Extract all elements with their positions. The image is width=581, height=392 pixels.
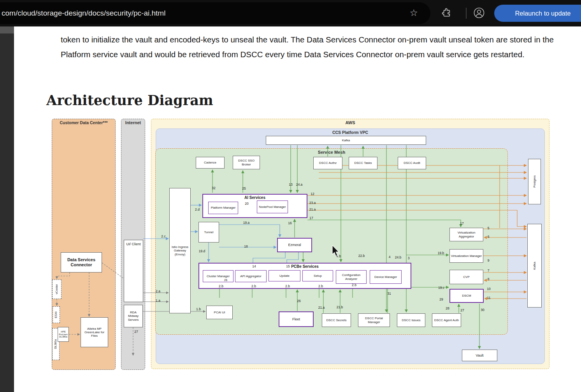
edge-label-19a: 19.a bbox=[243, 221, 250, 225]
edge-label-7: 7 bbox=[488, 269, 490, 272]
node-data-services-connector: Data Services Connector bbox=[61, 252, 102, 272]
browser-toolbar: com/cloud/storage-design/docs/security/p… bbox=[0, 0, 581, 26]
node-cluster-manager: Cluster Manager bbox=[203, 270, 233, 282]
node-update: Update bbox=[269, 270, 300, 281]
edge-label-11: 11 bbox=[487, 296, 491, 300]
edge-label-2b-4: 2.b bbox=[318, 284, 323, 288]
node-cvp: CVP bbox=[449, 270, 483, 284]
edge-label-28: 28 bbox=[446, 306, 449, 310]
profile-button[interactable] bbox=[473, 7, 484, 18]
edge-label-26-cluster: 26 bbox=[224, 278, 227, 282]
node-pcai-ui: PCAI UI bbox=[206, 306, 233, 319]
edge-label-1a: 1.a bbox=[156, 299, 160, 302]
edge-label-19c: 19.c bbox=[438, 286, 444, 290]
edge-label-21a-top: 21.a bbox=[309, 207, 316, 211]
node-virtualization-aggregator: Virtualization Aggregator bbox=[449, 228, 483, 241]
node-postgres: Postgres bbox=[528, 159, 541, 204]
mouse-cursor bbox=[332, 245, 340, 257]
node-cadence: Cadence bbox=[196, 157, 225, 169]
edge-label-27-right: 27 bbox=[460, 308, 464, 312]
edge-label-19b: 19.b bbox=[438, 251, 444, 255]
node-dscc-secrets: DSCC Secrets bbox=[322, 313, 351, 327]
edge-label-16: 16 bbox=[288, 221, 291, 225]
extensions-button[interactable] bbox=[441, 8, 452, 19]
edge-label-20: 20 bbox=[245, 202, 248, 206]
edge-label-21b: 21.b bbox=[337, 305, 343, 309]
edge-label-31: 31 bbox=[387, 292, 391, 295]
window-edge-strip bbox=[0, 26, 14, 392]
edge-label-2b-1: 2.b bbox=[219, 284, 223, 288]
node-vcenter: vCenter bbox=[52, 279, 61, 299]
edge-label-21a-bot: 21.a bbox=[318, 306, 325, 309]
node-dscm: DSCM bbox=[449, 289, 484, 303]
node-setup: Setup bbox=[302, 270, 333, 281]
edge-label-30: 30 bbox=[481, 308, 484, 312]
node-kafka-store: Kafka bbox=[527, 224, 542, 308]
puzzle-icon bbox=[441, 8, 451, 18]
node-ui-client: UI/ Client bbox=[124, 240, 143, 302]
node-device-manager: Device Manager bbox=[370, 270, 402, 284]
edge-label-26-fleet: 26 bbox=[297, 299, 300, 303]
node-ai-services-label: AI Services bbox=[203, 195, 307, 200]
edge-label-10: 10 bbox=[487, 287, 490, 291]
node-dscc-issues: DSCC Issues bbox=[397, 313, 425, 327]
node-alletra: Alletra MP GreenLake for Files bbox=[81, 317, 108, 347]
edge-label-2b-2: 2.b bbox=[251, 284, 256, 288]
node-dscc-sso-broker: DSCC SSO Broker bbox=[233, 156, 260, 169]
node-virtualization-manager: Virtualization Manager bbox=[449, 249, 483, 263]
node-tunnel: Tunnel bbox=[198, 222, 219, 243]
edge-label-23a: 23.a bbox=[309, 201, 316, 205]
edge-label-2a: 2.a bbox=[156, 289, 160, 293]
node-pcbe-services-label: PCBe Services bbox=[199, 264, 411, 269]
node-fleet: Fleet bbox=[279, 311, 314, 327]
node-ezmeral: Ezmeral bbox=[277, 238, 312, 252]
edge-label-15: 15 bbox=[286, 264, 290, 268]
edge-label-13: 13 bbox=[289, 183, 292, 186]
node-dscc-audit: DSCC Audit bbox=[398, 157, 426, 169]
edge-label-6: 6 bbox=[488, 235, 490, 239]
browser-window: com/cloud/storage-design/docs/security/p… bbox=[0, 0, 581, 392]
relaunch-button[interactable]: Relaunch to update bbox=[494, 5, 581, 22]
edge-label-32: 32 bbox=[212, 186, 215, 190]
edge-label-4: 4 bbox=[389, 255, 391, 259]
node-vault: Vault bbox=[462, 350, 497, 361]
edge-label-24a: 24.a bbox=[296, 183, 303, 186]
node-configuration-analyzer: Configuration Analyzer bbox=[336, 270, 367, 284]
architecture-diagram: Customer Data Center*** Internet AWS CCS… bbox=[46, 115, 550, 372]
edge-label-22b: 22.b bbox=[358, 254, 365, 258]
edge-label-18: 18 bbox=[244, 244, 247, 248]
profile-icon bbox=[473, 7, 485, 19]
url-text[interactable]: com/cloud/storage-design/docs/security/p… bbox=[2, 2, 165, 24]
edge-label-19d: 19.d bbox=[199, 249, 205, 253]
edge-label-2b-5: 2.b bbox=[352, 283, 356, 287]
edge-label-14: 14 bbox=[252, 264, 256, 268]
edge-label-2b-3: 2.b bbox=[285, 284, 290, 288]
node-dscc-portal-manager: DSCC Portal Manager bbox=[358, 313, 390, 327]
bookmark-star-icon[interactable]: ☆ bbox=[409, 7, 418, 18]
node-esxi: ESXi bbox=[53, 306, 60, 323]
node-rda-midway: RDA Midway Servers bbox=[124, 305, 143, 327]
edge-label-5: 5 bbox=[488, 226, 490, 230]
edge-label-1b: 1.b bbox=[196, 307, 201, 311]
edge-label-2d: 2.d bbox=[195, 207, 200, 211]
edge-label-3: 3 bbox=[408, 256, 410, 260]
edge-label-17-right: 17 bbox=[460, 221, 463, 225]
toolbar-divider bbox=[466, 8, 467, 19]
node-nodepool-manager: NodePool Manager bbox=[257, 200, 288, 213]
node-kafka-bus: Kafka bbox=[266, 136, 426, 145]
address-bar[interactable]: com/cloud/storage-design/docs/security/p… bbox=[0, 2, 430, 24]
edge-label-27-internet: 27 bbox=[134, 330, 138, 334]
edge-label-25: 25 bbox=[242, 186, 246, 190]
page-title: Architecture Diagram bbox=[46, 92, 213, 108]
edge-label-8: 8 bbox=[488, 277, 490, 281]
node-istio-gateway: Istio Ingress Gateway (Envoy) bbox=[169, 188, 191, 313]
edge-strip-top bbox=[0, 26, 14, 33]
node-dscc-agent-auth: DSCC Agent Auth bbox=[432, 313, 461, 327]
node-hpe-proliant: HPE ProLiant DL380a bbox=[58, 327, 69, 342]
node-dscc-tasks: DSCC Tasks bbox=[349, 157, 377, 169]
node-dscc-authz: DSCC Authz bbox=[313, 157, 342, 169]
edge-label-2c: 2.c bbox=[161, 234, 165, 238]
edge-label-24b: 24.b bbox=[395, 255, 402, 259]
edge-label-9: 9 bbox=[488, 258, 490, 262]
node-platform-manager: Platform Manager bbox=[208, 202, 238, 214]
